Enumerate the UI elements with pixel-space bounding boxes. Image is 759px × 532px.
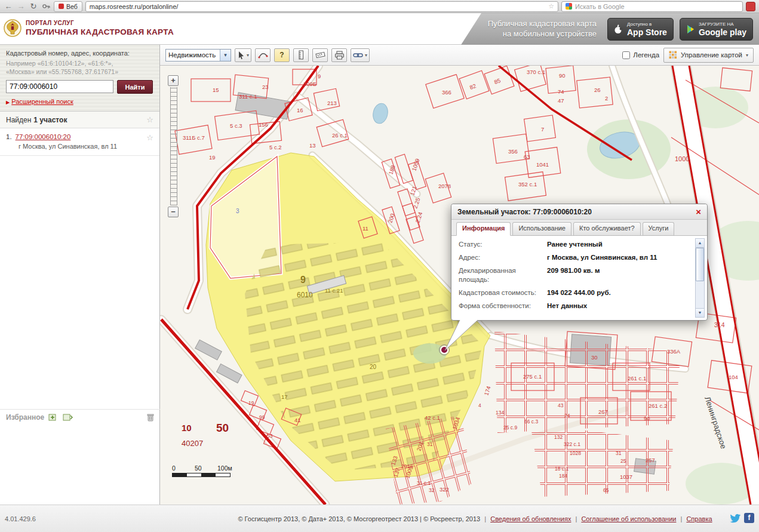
map-scalebar: 0 50 100м — [172, 465, 244, 477]
googleplay-badge-small-text: ЗАГРУЗИТЕ НА — [699, 21, 746, 27]
favorite-all-star-icon[interactable]: ☆ — [146, 115, 153, 124]
web-button-label: Веб — [66, 3, 78, 10]
question-icon: ? — [279, 51, 284, 59]
measure-curve-icon — [258, 51, 268, 59]
scroll-up-icon[interactable]: ▲ — [696, 239, 704, 248]
result-cadastral-link[interactable]: 77:09:0006010:20 — [16, 133, 71, 140]
map-parcel-label: 47 — [558, 97, 564, 104]
map-parcel-label: 1037 — [620, 473, 632, 480]
map-parcel-label: 366 — [442, 89, 451, 96]
map-parcel-label: 65 — [603, 487, 609, 493]
map-toolbar: Недвижимость ▾ ▾ ? ▾ Легенда — [160, 45, 759, 66]
twitter-icon[interactable] — [730, 513, 741, 523]
map-parcel-label: 90 — [559, 72, 566, 79]
results-header: Найден1 участок ☆ — [0, 112, 159, 128]
map-parcel-label: 10 — [182, 423, 192, 433]
appstore-badge[interactable]: Доступно в App Store — [607, 18, 674, 41]
map-parcel-label: 9 — [300, 275, 306, 285]
map-parcel-label: 90 — [644, 415, 650, 422]
googleplay-badge[interactable]: ЗАГРУЗИТЕ НА Google play — [680, 18, 753, 41]
map-parcel-label: 31 — [616, 450, 622, 456]
agreement-link[interactable]: Соглашение об использовании — [581, 515, 676, 522]
map-parcel-label: 25 с.9 — [503, 425, 517, 430]
scrollbar-thumb[interactable] — [696, 248, 704, 281]
cadastral-search-input[interactable] — [6, 80, 113, 93]
popup-title-bar[interactable]: Земельный участок: 77:09:0006010:20 × — [451, 204, 707, 220]
map-parcel-label: 74 — [558, 88, 564, 95]
facebook-icon[interactable]: f — [744, 513, 754, 523]
site-title: ПУБЛИЧНАЯ КАДАСТРОВАЯ КАРТА — [26, 27, 174, 36]
map-parcel-label: 322 — [440, 486, 449, 493]
reload-icon[interactable]: ↻ — [29, 1, 38, 13]
favorites-label: Избранное — [6, 413, 44, 422]
layer-select[interactable]: Недвижимость ▾ — [165, 49, 231, 61]
map-parcel-label: 311Б с.7 — [183, 134, 205, 141]
legend-checkbox[interactable] — [622, 51, 630, 59]
zoom-out-button[interactable]: − — [168, 207, 179, 217]
map-parcel-label: 1028 — [570, 450, 581, 456]
import-favorites-icon[interactable] — [63, 413, 73, 422]
measure-distance-button[interactable] — [255, 48, 271, 62]
map-parcel-label: 6010 — [297, 291, 313, 299]
google-search-icon — [566, 3, 572, 10]
map-parcel-label: 134 — [496, 410, 504, 416]
find-button[interactable]: Найти — [117, 80, 153, 94]
browser-extension-icon[interactable] — [746, 2, 755, 11]
map-manage-dropdown[interactable]: Управление картой ▾ — [663, 48, 754, 63]
close-icon[interactable]: × — [696, 207, 701, 216]
appstore-badge-small-text: Доступно в — [627, 21, 667, 27]
tab-usage[interactable]: Использование — [512, 222, 571, 235]
scale-label-50: 50 — [195, 465, 202, 472]
browser-toolbar: ← → ↻ Веб maps.rosreestr.ru/portalonline… — [0, 0, 759, 13]
web-search-box[interactable]: Искать в Google — [561, 1, 743, 12]
area-tool-button[interactable] — [312, 48, 328, 62]
tab-information[interactable]: Информация — [456, 222, 511, 236]
zoom-in-button[interactable]: + — [168, 75, 179, 86]
map-viewport[interactable]: 370 с.136682859074472621523311 с.19309Б2… — [160, 66, 759, 505]
parcel-info-popup: Земельный участок: 77:09:0006010:20 × Ин… — [451, 204, 708, 321]
area-ruler-icon — [315, 51, 325, 59]
share-link-button[interactable]: ▾ — [351, 48, 370, 62]
search-result-item[interactable]: 1.77:09:0006010:20 ☆ г Москва, ул Синави… — [0, 128, 159, 156]
web-button[interactable]: Веб — [54, 1, 82, 12]
back-icon[interactable]: ← — [4, 1, 13, 13]
popup-scrollbar[interactable]: ▲ ▼ — [695, 238, 705, 318]
help-link[interactable]: Справка — [686, 515, 712, 522]
clear-favorites-trash-icon[interactable] — [147, 413, 154, 422]
updates-link[interactable]: Сведения об обновлениях — [490, 515, 571, 522]
map-parcel-label: 50 — [216, 422, 229, 434]
key-icon[interactable] — [41, 1, 51, 13]
googleplay-badge-big-text: Google play — [699, 27, 746, 37]
ruler-tool-button[interactable] — [293, 48, 309, 62]
legend-toggle: Легенда — [622, 51, 659, 59]
forward-icon[interactable]: → — [16, 1, 26, 13]
map-parcel-label: 17 — [281, 393, 288, 400]
tab-who-serves[interactable]: Кто обслуживает? — [573, 222, 641, 235]
copyright-text: © Госгисцентр 2013, © Дата+ 2013, © Мосг… — [238, 515, 480, 522]
legend-label: Легенда — [633, 51, 659, 59]
version-number: 4.01.429.6 — [5, 515, 36, 522]
tab-services[interactable]: Услуги — [643, 222, 675, 235]
pan-select-tool-button[interactable]: ▾ — [235, 48, 251, 62]
advanced-search-marker-icon: ▶ — [6, 100, 10, 105]
map-parcel-label: 257 — [646, 457, 655, 463]
favorite-result-star-icon[interactable]: ☆ — [146, 133, 153, 142]
export-favorites-icon[interactable] — [48, 413, 59, 422]
zoom-slider[interactable] — [170, 87, 177, 205]
map-parcel-label: 16 — [297, 107, 303, 113]
scroll-down-icon[interactable]: ▼ — [696, 308, 704, 317]
identify-tool-button[interactable]: ? — [274, 48, 290, 62]
address-bar[interactable]: maps.rosreestr.ru/portalonline/ ☆ — [85, 1, 558, 12]
field-declared-area: Декларированная площадь: 209 981.00 кв. … — [459, 266, 689, 284]
map-parcel-label: 1000 — [675, 155, 689, 162]
map-parcel-label: 25 — [620, 458, 626, 464]
popup-body: Статус: Ранее учтенный Адрес: г Москва, … — [451, 236, 707, 320]
map-parcel-label: 104 — [729, 374, 738, 380]
site-logo[interactable]: ПОРТАЛ УСЛУГ ПУБЛИЧНАЯ КАДАСТРОВАЯ КАРТА — [4, 17, 174, 39]
map-parcel-label: 32 — [429, 487, 435, 493]
page-footer: 4.01.429.6 © Госгисцентр 2013, © Дата+ 2… — [0, 505, 759, 532]
print-button[interactable] — [331, 48, 347, 62]
advanced-search-link[interactable]: ▶Расширенный поиск — [6, 98, 153, 105]
bookmark-star-icon[interactable]: ☆ — [548, 2, 554, 10]
map-parcel-label: 322 с.1 — [564, 441, 580, 447]
